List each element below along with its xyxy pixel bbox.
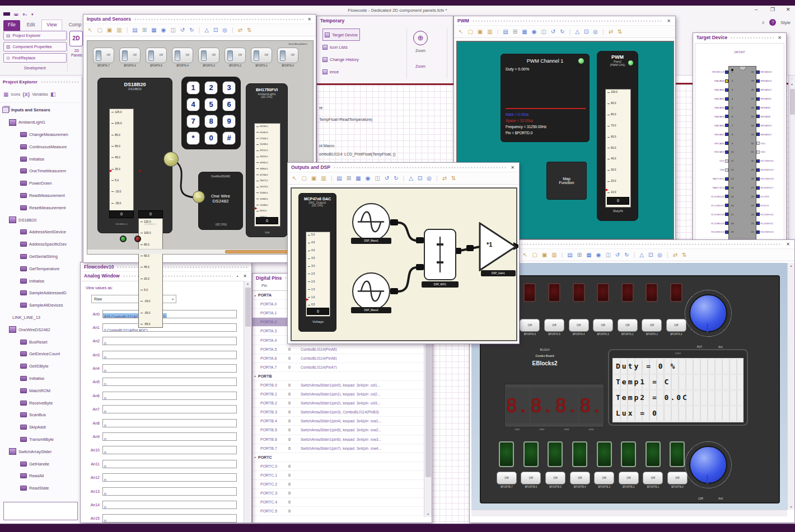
ribbon-button[interactable]: ◎ Find/Replace bbox=[3, 53, 67, 63]
temporary-titlebar[interactable]: Temporary bbox=[317, 16, 453, 25]
ribbon-tab[interactable]: Edit bbox=[22, 20, 40, 31]
toolbar-icon[interactable]: ⊞ bbox=[347, 176, 351, 181]
analog-value-field[interactable]: 0 bbox=[102, 487, 237, 496]
variables-icon[interactable]: {X} bbox=[22, 92, 30, 97]
inputs-titlebar[interactable]: Inputs and Sensors ✕ bbox=[83, 15, 316, 23]
tree-item[interactable]: OneWireDS2482 bbox=[0, 323, 82, 336]
toolbar-icon[interactable]: ⇄ bbox=[442, 176, 447, 181]
tree-item[interactable]: GetTemperature bbox=[0, 262, 82, 275]
analog-value-field[interactable]: 0 bbox=[102, 337, 237, 345]
digital-pin-row[interactable]: ▸ PORTC.2 0 bbox=[252, 480, 424, 489]
dsp-mix-block[interactable] bbox=[424, 229, 456, 280]
toolbar-icon[interactable]: ◎ bbox=[427, 176, 432, 181]
pin-square-icon[interactable] bbox=[725, 186, 728, 190]
zoom-icon[interactable]: ⊕ bbox=[413, 31, 428, 45]
toolbar-icon[interactable]: ↺ bbox=[615, 252, 620, 258]
close-icon[interactable]: ✕ bbox=[666, 18, 672, 23]
digital-pin-row[interactable]: ▸ PORTC.5 0 bbox=[252, 507, 424, 516]
toolbar-icon[interactable]: ⇅ bbox=[618, 29, 622, 35]
tree-item[interactable]: ChangeMeasuremen bbox=[0, 129, 82, 141]
toolbar-icon[interactable]: ↖ bbox=[292, 176, 297, 181]
tree-item[interactable]: PowerDown bbox=[0, 177, 82, 190]
digital-pin-row[interactable]: ▸ PORTC.0 0 bbox=[252, 462, 424, 471]
scroll-right-icon[interactable]: › bbox=[789, 76, 795, 81]
tree-item[interactable]: GetIDByte bbox=[0, 360, 82, 373]
port-toggle-button[interactable]: Off bbox=[618, 319, 638, 332]
toolbar-icon[interactable]: ⊡ bbox=[584, 29, 588, 35]
toolbar-icon[interactable]: ↻ bbox=[189, 27, 194, 33]
toolbar-icon[interactable]: | bbox=[562, 252, 563, 258]
close-icon[interactable]: ✕ bbox=[242, 274, 248, 279]
digital-pin-row[interactable]: ▸ PORTC.4 0 bbox=[252, 498, 424, 507]
toolbar-icon[interactable]: ▥ bbox=[551, 252, 556, 258]
toolbar-icon[interactable]: ▢ bbox=[532, 252, 537, 258]
toolbar-icon[interactable]: ▢ bbox=[301, 176, 306, 181]
toolbar-icon[interactable]: ⊡ bbox=[418, 176, 422, 181]
ldr-knob[interactable] bbox=[689, 446, 727, 484]
tree-item[interactable]: ContinuousMeasure bbox=[0, 140, 82, 153]
toolbar-icon[interactable]: ⊡ bbox=[213, 27, 218, 33]
digital-pin-row[interactable]: ▸ PORTA.5 0 ComboBL0114(PinA5) bbox=[252, 345, 424, 354]
port-toggle-button[interactable]: Off bbox=[667, 472, 688, 484]
digital-pin-row[interactable]: ▸ PORTC bbox=[252, 453, 424, 462]
pin-square-icon[interactable] bbox=[756, 70, 760, 74]
view-toggle[interactable]: Target Device bbox=[322, 29, 360, 41]
tree-item[interactable]: ReadAll bbox=[0, 470, 82, 482]
toolbar-icon[interactable]: ⇄ bbox=[609, 29, 613, 35]
style-menu[interactable]: Style bbox=[780, 20, 791, 25]
pin-square-icon[interactable] bbox=[725, 168, 728, 172]
horizontal-scrollbar[interactable] bbox=[87, 249, 313, 254]
toolbar-icon[interactable]: ↖ bbox=[523, 252, 527, 258]
toolbar-icon[interactable]: ▣ bbox=[107, 27, 112, 33]
analog-value-field[interactable]: 0 bbox=[102, 446, 237, 454]
toolbar-icon[interactable]: △ bbox=[575, 29, 579, 35]
pin-square-icon[interactable] bbox=[725, 222, 728, 225]
toolbar-icon[interactable]: ▤ bbox=[336, 176, 342, 181]
tree-item[interactable]: LINK_LINE_13 bbox=[0, 312, 82, 324]
pin-square-icon[interactable] bbox=[756, 230, 760, 234]
toolbar-icon[interactable]: ▣ bbox=[478, 29, 483, 35]
pin-square-icon[interactable] bbox=[725, 195, 728, 198]
toolbar-icon[interactable]: ↖ bbox=[88, 27, 92, 33]
minimize-button[interactable]: – bbox=[755, 7, 757, 12]
pin-square-icon[interactable] bbox=[756, 177, 760, 181]
2d-panel-button[interactable]: 2D bbox=[69, 31, 83, 46]
toolbar-icon[interactable]: ⊡ bbox=[648, 252, 653, 258]
toolbar-icon[interactable]: ▦ bbox=[151, 27, 156, 33]
view-mode-select[interactable]: Raw ▾ bbox=[91, 295, 176, 303]
pin-square-icon[interactable] bbox=[756, 97, 760, 101]
tree-item[interactable]: GetSerialString bbox=[0, 251, 82, 263]
tree-item[interactable]: Initialise bbox=[0, 373, 82, 385]
toolbar-icon[interactable]: | bbox=[232, 27, 233, 33]
tree-item[interactable]: GetDeviceCount bbox=[0, 348, 82, 360]
toolbar-icon[interactable]: ◉ bbox=[161, 27, 166, 33]
port-toggle-button[interactable]: Off bbox=[570, 472, 590, 484]
digital-pin-row[interactable]: ▸ PORTB.4 0 SwitchArraySlider1(pin4), ke… bbox=[252, 417, 424, 426]
pin-square-icon[interactable] bbox=[725, 97, 728, 101]
port-toggle-button[interactable]: Off bbox=[497, 472, 517, 484]
pin-square-icon[interactable] bbox=[756, 150, 760, 154]
toolbar-icon[interactable]: ↻ bbox=[624, 252, 629, 258]
toolbar-icon[interactable]: △ bbox=[204, 27, 209, 33]
analog-value-field[interactable]: 0 bbox=[102, 405, 237, 413]
ribbon-button[interactable]: ▨ Component Properties bbox=[3, 42, 67, 51]
toolbar-icon[interactable]: ⊞ bbox=[513, 29, 517, 35]
close-icon[interactable]: ✕ bbox=[509, 165, 516, 170]
digital-pin-row[interactable]: ▸ PORTC.3 0 bbox=[252, 489, 424, 498]
digital-pin-row[interactable]: ▸ PORTA.7 0 ComboBL0114(PinA7) bbox=[252, 363, 424, 372]
scroll-up-icon[interactable]: ▲ bbox=[788, 263, 794, 269]
digital-pin-row[interactable]: ▸ PORTB.2 0 SwitchArraySlider1(pin2), ke… bbox=[252, 399, 424, 408]
digital-pin-row[interactable]: ▸ PORTB.1 0 SwitchArraySlider1(pin1), ke… bbox=[252, 390, 424, 399]
tree-item[interactable]: Inputs and Sensors bbox=[0, 104, 82, 116]
toolbar-icon[interactable]: | bbox=[667, 252, 668, 258]
restore-button[interactable]: ❐ bbox=[770, 7, 775, 12]
toolbar-icon[interactable]: ⇅ bbox=[247, 27, 251, 33]
collapse-ribbon-icon[interactable]: ∧ bbox=[761, 20, 765, 25]
icons-view-icon[interactable]: ▦ bbox=[3, 91, 8, 97]
digital-pin-row[interactable]: ▸ PORTB.5 0 SwitchArraySlider1(pin5), ke… bbox=[252, 426, 424, 435]
toolbar-icon[interactable]: ⇄ bbox=[238, 27, 242, 33]
analog-value-field[interactable]: 0 bbox=[102, 419, 237, 427]
scroll-thumb[interactable] bbox=[245, 288, 251, 327]
tree-item[interactable]: BusReset bbox=[0, 336, 82, 348]
pin-square-icon[interactable] bbox=[756, 204, 760, 207]
